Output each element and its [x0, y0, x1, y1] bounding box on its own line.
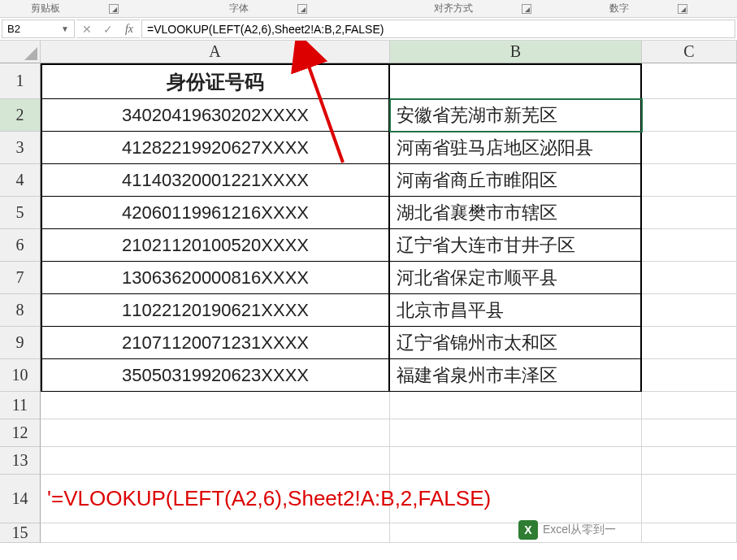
ribbon-group-clipboard: 剪贴板 — [31, 2, 60, 15]
fx-icon[interactable]: fx — [119, 23, 140, 36]
cell-A14[interactable]: '=VLOOKUP(LEFT(A2,6),Sheet2!A:B,2,FALSE) — [41, 475, 390, 523]
cell-B4[interactable]: 河南省商丘市睢阳区 — [390, 164, 642, 197]
name-box-value: B2 — [7, 23, 20, 35]
cell-B1[interactable] — [390, 63, 642, 99]
dialog-launcher-icon[interactable] — [109, 4, 119, 14]
cell-C6[interactable] — [642, 229, 737, 262]
cell-B3[interactable]: 河南省驻马店地区泌阳县 — [390, 132, 642, 164]
cell-A11[interactable] — [41, 392, 390, 419]
formula-input[interactable]: =VLOOKUP(LEFT(A2,6),Sheet2!A:B,2,FALSE) — [141, 20, 735, 38]
watermark: X Excel从零到一 — [518, 520, 616, 540]
formula-bar: B2 ▼ ✕ ✓ fx =VLOOKUP(LEFT(A2,6),Sheet2!A… — [0, 18, 737, 41]
cell-A4[interactable]: 41140320001221XXXX — [41, 164, 390, 197]
row-header-9[interactable]: 9 — [0, 327, 41, 359]
row-header-1[interactable]: 1 — [0, 63, 41, 99]
cell-B9[interactable]: 辽宁省锦州市太和区 — [390, 327, 642, 359]
cell-A15[interactable] — [41, 523, 390, 543]
row-header-3[interactable]: 3 — [0, 132, 41, 164]
row-header-11[interactable]: 11 — [0, 392, 41, 419]
cell-B7[interactable]: 河北省保定市顺平县 — [390, 262, 642, 294]
cell-A9[interactable]: 21071120071231XXXX — [41, 327, 390, 359]
dialog-launcher-icon[interactable] — [297, 4, 307, 14]
cell-C7[interactable] — [642, 262, 737, 294]
dialog-launcher-icon[interactable] — [522, 4, 531, 14]
name-box[interactable]: B2 ▼ — [2, 20, 75, 38]
cell-A3[interactable]: 41282219920627XXXX — [41, 132, 390, 164]
row-header-10[interactable]: 10 — [0, 359, 41, 392]
column-header-A[interactable]: A — [41, 41, 390, 63]
cell-B2[interactable]: 安徽省芜湖市新芜区 — [390, 99, 642, 132]
cell-C8[interactable] — [642, 294, 737, 327]
ribbon-group-font: 字体 — [229, 2, 249, 15]
formula-text: =VLOOKUP(LEFT(A2,6),Sheet2!A:B,2,FALSE) — [147, 23, 384, 36]
cell-B5[interactable]: 湖北省襄樊市市辖区 — [390, 197, 642, 229]
cell-C9[interactable] — [642, 327, 737, 359]
dialog-launcher-icon[interactable] — [678, 4, 687, 14]
cancel-icon[interactable]: ✕ — [76, 23, 98, 36]
cell-A13[interactable] — [41, 447, 390, 475]
cell-C11[interactable] — [642, 392, 737, 419]
cell-B10[interactable]: 福建省泉州市丰泽区 — [390, 359, 642, 392]
cell-C10[interactable] — [642, 359, 737, 392]
cell-C1[interactable] — [642, 63, 737, 99]
cell-B14[interactable] — [390, 475, 642, 523]
row-header-15[interactable]: 15 — [0, 523, 41, 543]
cell-C15[interactable] — [642, 523, 737, 543]
cell-C12[interactable] — [642, 419, 737, 447]
cell-B12[interactable] — [390, 419, 642, 447]
row-header-14[interactable]: 14 — [0, 475, 41, 523]
row-header-7[interactable]: 7 — [0, 262, 41, 294]
cell-C3[interactable] — [642, 132, 737, 164]
cell-C5[interactable] — [642, 197, 737, 229]
cell-B8[interactable]: 北京市昌平县 — [390, 294, 642, 327]
watermark-text: Excel从零到一 — [543, 523, 616, 537]
cell-A2[interactable]: 34020419630202XXXX — [41, 99, 390, 132]
cell-A6[interactable]: 21021120100520XXXX — [41, 229, 390, 262]
select-all-corner[interactable] — [0, 41, 41, 63]
cell-B6[interactable]: 辽宁省大连市甘井子区 — [390, 229, 642, 262]
cell-A1[interactable]: 身份证号码 — [41, 63, 390, 99]
column-header-B[interactable]: B — [390, 41, 642, 63]
cell-A12[interactable] — [41, 419, 390, 447]
chevron-down-icon[interactable]: ▼ — [61, 24, 69, 33]
row-header-5[interactable]: 5 — [0, 197, 41, 229]
cell-C2[interactable] — [642, 99, 737, 132]
row-header-6[interactable]: 6 — [0, 229, 41, 262]
excel-logo-icon: X — [518, 520, 538, 540]
ribbon-group-align: 对齐方式 — [434, 2, 473, 15]
row-header-13[interactable]: 13 — [0, 447, 41, 475]
row-header-12[interactable]: 12 — [0, 419, 41, 447]
row-header-4[interactable]: 4 — [0, 164, 41, 197]
ribbon-footer: 剪贴板 字体 对齐方式 数字 — [0, 0, 737, 18]
cell-C4[interactable] — [642, 164, 737, 197]
row-header-8[interactable]: 8 — [0, 294, 41, 327]
row-header-2[interactable]: 2 — [0, 99, 41, 132]
cell-B13[interactable] — [390, 447, 642, 475]
cell-A8[interactable]: 11022120190621XXXX — [41, 294, 390, 327]
enter-icon[interactable]: ✓ — [98, 23, 119, 36]
cell-C13[interactable] — [642, 447, 737, 475]
cell-A5[interactable]: 42060119961216XXXX — [41, 197, 390, 229]
cell-B11[interactable] — [390, 392, 642, 419]
cell-C14[interactable] — [642, 475, 737, 523]
ribbon-group-number: 数字 — [609, 2, 629, 15]
cell-A7[interactable]: 13063620000816XXXX — [41, 262, 390, 294]
column-header-C[interactable]: C — [642, 41, 737, 63]
cell-A10[interactable]: 35050319920623XXXX — [41, 359, 390, 392]
